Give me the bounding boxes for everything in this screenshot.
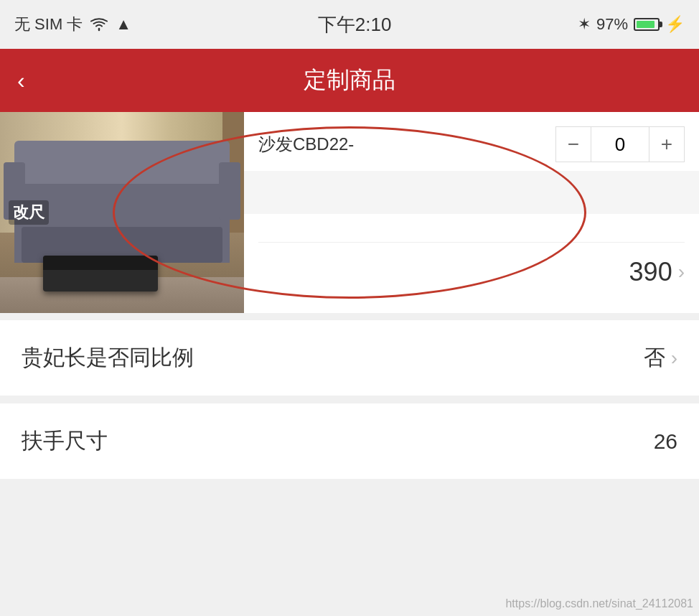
battery-pct: 97% bbox=[596, 15, 628, 34]
dimension-value: 390 bbox=[629, 257, 672, 287]
battery-icon bbox=[634, 18, 660, 31]
option-value-group-1: 否 › bbox=[644, 343, 677, 373]
product-section: 改尺 沙发CBD22- − 0 + 390 › bbox=[0, 112, 699, 313]
coffee-table-top bbox=[43, 256, 158, 270]
signal-bars: ▲ bbox=[116, 15, 131, 34]
option-label-2: 扶手尺寸 bbox=[22, 426, 108, 456]
product-main-row: 改尺 沙发CBD22- − 0 + 390 › bbox=[0, 112, 699, 313]
sofa-armrest-right bbox=[219, 162, 240, 220]
back-button[interactable]: ‹ bbox=[17, 67, 25, 94]
time-display: 下午2:10 bbox=[318, 12, 392, 37]
option-value-1: 否 bbox=[644, 343, 665, 373]
nav-bar: ‹ 定制商品 bbox=[0, 49, 699, 112]
product-details-right: 沙发CBD22- − 0 + 390 › bbox=[244, 112, 699, 313]
dimension-row[interactable]: 390 › bbox=[258, 242, 685, 302]
page-title: 定制商品 bbox=[304, 65, 395, 96]
option-value-2: 26 bbox=[654, 429, 677, 454]
battery-fill bbox=[637, 21, 655, 28]
option-row-1[interactable]: 贵妃长是否同比例 否 › bbox=[0, 313, 699, 396]
option-row-2[interactable]: 扶手尺寸 26 bbox=[0, 396, 699, 479]
qty-plus-button[interactable]: + bbox=[649, 126, 685, 162]
option-label-1: 贵妃长是否同比例 bbox=[22, 343, 194, 373]
qty-value: 0 bbox=[591, 126, 649, 162]
status-right: ✶ 97% ⚡ bbox=[578, 15, 685, 34]
watermark: https://blog.csdn.net/sinat_24112081 bbox=[505, 597, 693, 610]
option-value-group-2: 26 bbox=[654, 429, 677, 454]
charging-icon: ⚡ bbox=[665, 15, 685, 34]
coffee-table bbox=[43, 256, 158, 291]
qty-minus-button[interactable]: − bbox=[555, 126, 591, 162]
sofa-back bbox=[14, 141, 230, 184]
product-image: 改尺 bbox=[0, 112, 244, 313]
status-bar: 无 SIM 卡 ▲ 下午2:10 ✶ 97% ⚡ bbox=[0, 0, 699, 49]
carrier-text: 无 SIM 卡 bbox=[14, 14, 83, 35]
status-left: 无 SIM 卡 ▲ bbox=[14, 14, 131, 35]
option-chevron-1: › bbox=[671, 347, 677, 370]
bluetooth-icon: ✶ bbox=[578, 15, 591, 34]
spacer bbox=[244, 171, 699, 214]
dimension-chevron: › bbox=[678, 261, 685, 284]
dim-label: 改尺 bbox=[9, 200, 49, 225]
wifi-icon bbox=[90, 17, 108, 32]
product-code: 沙发CBD22- bbox=[258, 133, 354, 156]
